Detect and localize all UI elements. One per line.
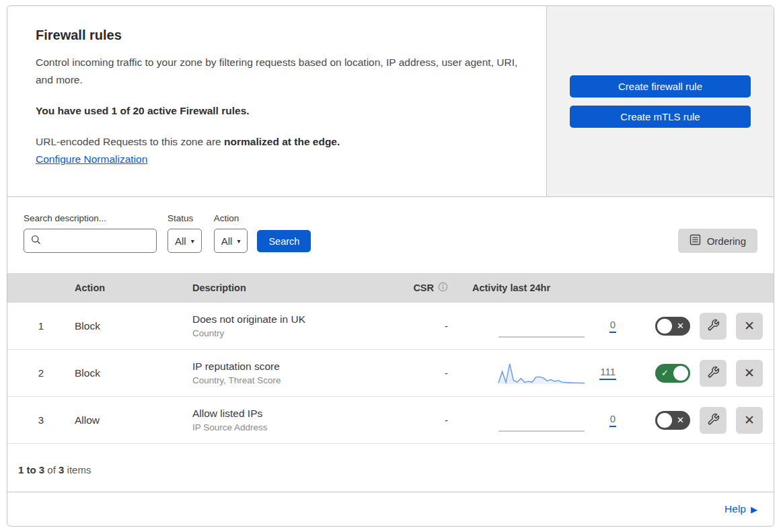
column-header-description: Description bbox=[192, 282, 401, 293]
search-input-wrap bbox=[24, 229, 157, 253]
rule-controls: ✓ ✕ ✕ bbox=[616, 360, 774, 387]
rule-enabled-toggle[interactable]: ✓ ✕ bbox=[655, 317, 690, 336]
action-select[interactable]: All ▾ bbox=[214, 229, 248, 253]
cross-icon: ✕ bbox=[677, 321, 684, 330]
rule-action: Block bbox=[75, 320, 192, 332]
rule-priority: 3 bbox=[7, 414, 75, 426]
rule-description-cell: Does not originate in UK Country bbox=[192, 313, 401, 338]
activity-count-link[interactable]: 0 bbox=[609, 319, 616, 333]
ordering-button[interactable]: Ordering bbox=[678, 229, 757, 253]
header-actions-panel: Create firewall rule Create mTLS rule bbox=[546, 6, 774, 196]
normalization-note: URL-encoded Requests to this zone are no… bbox=[36, 136, 518, 148]
pagination-summary: 1 to 3 of 3 items bbox=[7, 444, 774, 492]
close-icon: ✕ bbox=[744, 365, 755, 381]
column-header-csr: CSR bbox=[401, 282, 448, 294]
rule-enabled-toggle[interactable]: ✓ ✕ bbox=[655, 364, 690, 383]
table-row: 1 Block Does not originate in UK Country… bbox=[7, 303, 774, 350]
activity-sparkline bbox=[498, 314, 585, 338]
rule-action: Allow bbox=[75, 414, 192, 426]
rule-csr-value: - bbox=[401, 367, 448, 379]
status-filter-group: Status All ▾ bbox=[168, 213, 202, 253]
status-selected-value: All bbox=[175, 235, 186, 247]
firewall-rules-card: Firewall rules Control incoming traffic … bbox=[7, 5, 774, 527]
action-label: Action bbox=[214, 213, 248, 223]
rule-activity-cell: 0 bbox=[448, 408, 616, 432]
create-mtls-rule-button[interactable]: Create mTLS rule bbox=[570, 106, 751, 128]
wrench-icon bbox=[707, 319, 720, 334]
delete-rule-button[interactable]: ✕ bbox=[736, 313, 763, 340]
usage-summary: You have used 1 of 20 active Firewall ru… bbox=[36, 105, 518, 117]
toggle-knob bbox=[657, 319, 672, 334]
page-description: Control incoming traffic to your zone by… bbox=[36, 54, 518, 89]
toggle-knob bbox=[673, 366, 688, 381]
page-title: Firewall rules bbox=[36, 28, 518, 43]
activity-count-link[interactable]: 111 bbox=[599, 366, 616, 380]
search-input[interactable] bbox=[46, 235, 149, 246]
toggle-knob bbox=[657, 413, 672, 428]
rule-priority: 1 bbox=[7, 320, 75, 332]
column-header-action: Action bbox=[75, 282, 192, 293]
rule-activity-cell: 111 bbox=[448, 361, 616, 385]
rule-description: IP reputation score bbox=[192, 360, 401, 373]
ordering-list-icon bbox=[690, 234, 701, 248]
rule-enabled-toggle[interactable]: ✓ ✕ bbox=[655, 411, 690, 430]
table-row: 3 Allow Allow listed IPs IP Source Addre… bbox=[7, 397, 774, 444]
close-icon: ✕ bbox=[744, 412, 755, 428]
rule-action: Block bbox=[75, 367, 192, 379]
rule-criteria: Country bbox=[192, 328, 401, 338]
arrow-right-icon: ▶ bbox=[751, 504, 757, 515]
header-section: Firewall rules Control incoming traffic … bbox=[7, 6, 774, 197]
rule-controls: ✓ ✕ ✕ bbox=[616, 313, 774, 340]
column-header-activity: Activity last 24hr bbox=[448, 282, 616, 293]
chevron-down-icon: ▾ bbox=[191, 237, 194, 245]
rule-csr-value: - bbox=[401, 414, 448, 426]
cross-icon: ✕ bbox=[677, 416, 684, 424]
status-select[interactable]: All ▾ bbox=[168, 229, 202, 253]
ordering-button-label: Ordering bbox=[707, 235, 746, 247]
rule-controls: ✓ ✕ ✕ bbox=[616, 407, 774, 434]
edit-rule-button[interactable] bbox=[700, 360, 727, 387]
rule-description: Does not originate in UK bbox=[192, 313, 401, 326]
rule-description: Allow listed IPs bbox=[192, 408, 401, 420]
create-firewall-rule-button[interactable]: Create firewall rule bbox=[570, 75, 751, 98]
help-link[interactable]: Help ▶ bbox=[724, 503, 757, 515]
rule-description-cell: IP reputation score Country, Threat Scor… bbox=[192, 360, 401, 385]
header-text-panel: Firewall rules Control incoming traffic … bbox=[7, 6, 546, 196]
edit-rule-button[interactable] bbox=[700, 407, 727, 434]
rule-description-cell: Allow listed IPs IP Source Address bbox=[192, 408, 401, 432]
delete-rule-button[interactable]: ✕ bbox=[736, 407, 763, 434]
table-row: 2 Block IP reputation score Country, Thr… bbox=[7, 350, 774, 397]
check-icon: ✓ bbox=[661, 369, 669, 377]
rule-criteria: Country, Threat Score bbox=[192, 375, 401, 385]
status-label: Status bbox=[168, 213, 202, 223]
activity-sparkline bbox=[498, 408, 585, 432]
wrench-icon bbox=[707, 413, 720, 428]
rule-activity-cell: 0 bbox=[448, 314, 616, 338]
wrench-icon bbox=[707, 366, 720, 381]
help-bar: Help ▶ bbox=[7, 492, 774, 526]
rule-criteria: IP Source Address bbox=[192, 422, 401, 432]
activity-sparkline bbox=[498, 361, 585, 385]
configure-normalization-link[interactable]: Configure Normalization bbox=[36, 153, 147, 165]
info-icon[interactable] bbox=[438, 282, 448, 294]
search-button[interactable]: Search bbox=[257, 230, 311, 252]
rule-priority: 2 bbox=[7, 367, 75, 379]
search-field-group: Search description... bbox=[24, 213, 157, 253]
filters-bar: Search description... Status All ▾ Actio… bbox=[7, 197, 774, 273]
activity-count-link[interactable]: 0 bbox=[609, 413, 616, 427]
close-icon: ✕ bbox=[744, 318, 755, 334]
action-filter-group: Action All ▾ bbox=[214, 213, 248, 253]
chevron-down-icon: ▾ bbox=[237, 237, 240, 245]
delete-rule-button[interactable]: ✕ bbox=[736, 360, 763, 387]
search-icon bbox=[31, 235, 41, 248]
search-label: Search description... bbox=[24, 213, 157, 223]
table-header-row: Action Description CSR Activity last 24h… bbox=[7, 273, 774, 303]
action-selected-value: All bbox=[221, 235, 233, 247]
rule-csr-value: - bbox=[401, 320, 448, 332]
edit-rule-button[interactable] bbox=[700, 313, 727, 340]
